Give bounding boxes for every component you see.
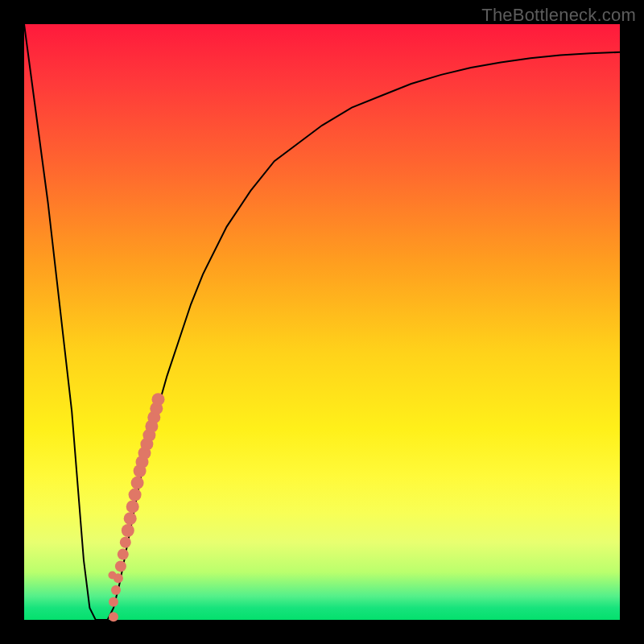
chart-frame: TheBottleneck.com	[0, 0, 644, 644]
bottleneck-curve	[24, 24, 620, 620]
data-point	[115, 560, 126, 572]
data-point	[109, 597, 118, 607]
data-point	[122, 524, 134, 537]
data-point	[129, 489, 142, 502]
data-point	[124, 512, 137, 525]
data-point	[126, 500, 139, 513]
point-cluster	[109, 393, 165, 621]
data-point	[109, 612, 118, 621]
data-point	[109, 572, 117, 580]
data-point	[118, 549, 129, 560]
data-point	[111, 585, 121, 595]
chart-overlay	[24, 24, 620, 620]
data-point	[131, 477, 144, 489]
watermark-text: TheBottleneck.com	[481, 5, 636, 26]
data-point	[120, 537, 131, 548]
data-point	[152, 393, 165, 406]
